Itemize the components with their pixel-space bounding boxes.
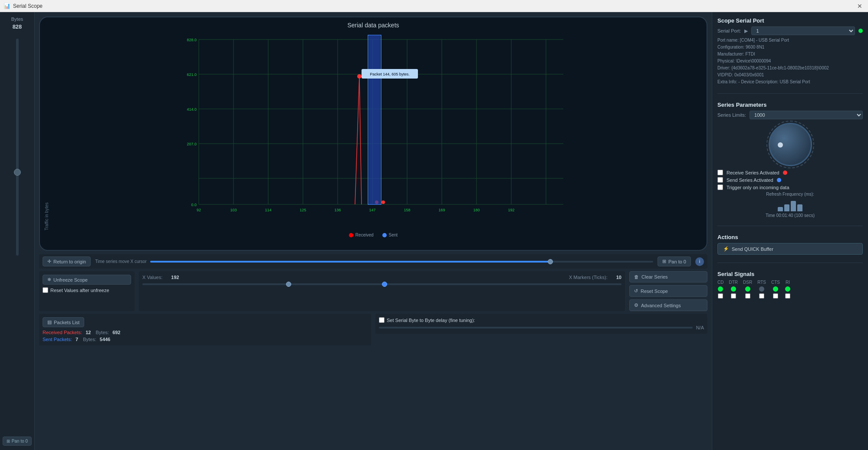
return-to-origin-label: Return to origin [53, 259, 86, 264]
signal-dtr-dot [731, 286, 736, 292]
freq-bar-1 [778, 207, 783, 211]
sent-packets-value: 7 [76, 337, 78, 342]
x-markers-label: X Markers (Ticks): [569, 275, 608, 280]
received-packets-label: Received Packets: [43, 330, 82, 335]
signal-cts-checkbox[interactable] [773, 293, 778, 299]
signal-rts-checkbox[interactable] [759, 293, 764, 299]
serial-port-select[interactable]: 1 [751, 26, 855, 35]
svg-rect-38 [369, 35, 380, 204]
pan-icon: ⊞ [7, 439, 10, 443]
unfreeze-scope-button[interactable]: ❄ Unfreeze Scope [43, 275, 131, 285]
vertical-slider-track[interactable] [16, 39, 19, 256]
serial-signals-title: Serial Signals [717, 271, 863, 277]
refresh-freq-section: Refresh Frequency (ms): Time 00:01:40 (1… [717, 192, 863, 218]
signal-cts: CTS [771, 280, 780, 299]
signal-ri-checkbox[interactable] [785, 293, 790, 299]
legend-sent-dot [382, 233, 387, 237]
byte-delay-value: N/A [696, 325, 704, 330]
x-values-row: X Values: 192 X Markers (Ticks): 10 [142, 275, 621, 280]
x-cursor-slider[interactable] [150, 261, 653, 263]
receive-series-checkbox[interactable] [717, 170, 723, 175]
controls-area: ✛ Return to origin Time series move X cu… [39, 254, 707, 446]
time-label: Time 00:01:40 (100 secs) [766, 213, 815, 218]
port-extra: Extra Info: - Device Description: USB Se… [717, 79, 863, 85]
series-params-title: Series Parameters [717, 102, 863, 108]
svg-text:828.0: 828.0 [187, 38, 197, 42]
close-button[interactable]: ✕ [855, 1, 865, 11]
signal-ri-dot [785, 286, 790, 292]
svg-text:207.0: 207.0 [187, 142, 197, 146]
x-values: 192 [171, 275, 179, 280]
advanced-settings-label: Advanced Settings [641, 303, 681, 308]
svg-text:180: 180 [473, 208, 480, 212]
trigger-only-label: Trigger only on incoming data [727, 185, 789, 190]
action-panel: 🗑 Clear Series ↺ Reset Scope ⚙ Advanced … [629, 271, 707, 311]
byte-delay-slider[interactable] [379, 327, 693, 328]
clear-series-button[interactable]: 🗑 Clear Series [629, 271, 707, 282]
bottom-row: ▤ Packets List Received Packets: 12 Byte… [39, 314, 707, 345]
divider-3 [717, 263, 863, 263]
clear-series-label: Clear Series [641, 274, 668, 279]
pan-to-0-button[interactable]: ⊞ Pan to 0 [658, 256, 691, 266]
vertical-slider-thumb[interactable] [14, 169, 21, 176]
series-limits-label: Series Limits: [717, 112, 746, 118]
port-driver: Driver: {4d3602a78-e325-11ce-bfc1-08002b… [717, 65, 863, 72]
signal-dtr-label: DTR [729, 280, 738, 285]
slider-label: Time series move X cursor [95, 259, 147, 264]
signal-cd-label: CD [717, 280, 723, 285]
pan-to-0-bottom-label: Pan to 0 [12, 439, 28, 443]
svg-text:136: 136 [334, 208, 341, 212]
advanced-settings-button[interactable]: ⚙ Advanced Settings [629, 299, 707, 311]
send-quick-buffer-button[interactable]: ⚡ Send QUICK Buffer [717, 243, 863, 255]
send-series-label: Send Series Activated [727, 177, 773, 183]
svg-text:621.0: 621.0 [187, 72, 197, 77]
refresh-knob[interactable] [769, 123, 812, 166]
info-button[interactable]: i [695, 257, 704, 266]
svg-point-36 [381, 200, 385, 204]
signal-dtr-checkbox[interactable] [731, 293, 736, 299]
svg-text:Packet 144, 605 bytes.: Packet 144, 605 bytes. [370, 72, 410, 76]
signals-grid: CD DTR DSR RTS [717, 280, 863, 299]
serial-port-row: Serial Port: ▶ 1 [717, 26, 863, 35]
port-manufacturer: Manufacturer: FTDI [717, 51, 863, 58]
trigger-only-checkbox[interactable] [717, 184, 723, 190]
freq-bar-2 [784, 204, 789, 211]
port-name: Port name: [COM4] - USB Serial Port [717, 37, 863, 44]
return-to-origin-button[interactable]: ✛ Return to origin [43, 256, 91, 266]
signal-cd-checkbox[interactable] [718, 293, 723, 299]
reset-icon: ↺ [634, 288, 638, 294]
port-vidpid: VIDPID: 0x0403/0x6001 [717, 72, 863, 79]
sent-packets-label: Sent Packets: [43, 337, 72, 342]
serial-signals-section: Serial Signals CD DTR DSR [717, 271, 863, 299]
clear-icon: 🗑 [634, 274, 639, 279]
freq-bars [778, 198, 802, 211]
chart-inner[interactable]: 828.0 621.0 414.0 207.0 0.0 92 103 114 1… [51, 31, 702, 230]
settings-icon: ⚙ [634, 302, 638, 308]
x-values-slider[interactable] [142, 283, 621, 285]
legend-sent: Sent [382, 233, 398, 237]
signal-dsr-dot [745, 286, 750, 292]
signal-cd: CD [717, 280, 723, 299]
pan-to-0-bottom-button[interactable]: ⊞ Pan to 0 [3, 437, 32, 446]
list-icon: ▤ [47, 319, 52, 325]
actions-title: Actions [717, 234, 863, 240]
slider-container: Time series move X cursor [95, 259, 653, 264]
signal-dsr-checkbox[interactable] [745, 293, 750, 299]
send-series-checkbox[interactable] [717, 177, 723, 183]
knob-container[interactable] [717, 123, 863, 166]
signal-rts: RTS [757, 280, 766, 299]
reset-values-checkbox[interactable] [43, 287, 48, 293]
signal-ri: RI [785, 280, 790, 299]
signal-ri-label: RI [786, 280, 790, 285]
x-values-label: X Values: [142, 275, 162, 280]
unfreeze-icon: ❄ [47, 277, 51, 282]
trigger-only-row: Trigger only on incoming data [717, 184, 863, 190]
serial-byte-delay-checkbox[interactable] [379, 317, 385, 323]
signal-rts-dot [759, 286, 764, 292]
series-limits-select[interactable]: 1000 [750, 111, 863, 119]
reset-scope-button[interactable]: ↺ Reset Scope [629, 285, 707, 297]
signal-cts-label: CTS [771, 280, 780, 285]
svg-text:103: 103 [230, 208, 237, 212]
packets-list-button[interactable]: ▤ Packets List [43, 317, 84, 327]
chart-container: Serial data packets Traffic in bytes [39, 16, 707, 251]
